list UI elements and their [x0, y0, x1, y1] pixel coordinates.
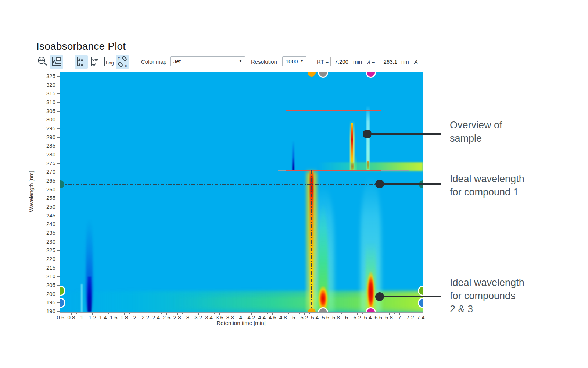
callout-line-compounds23 — [380, 296, 441, 297]
y-tick-label: 295 — [43, 125, 55, 131]
x-tick-mark — [315, 313, 315, 315]
y-tick-label: 235 — [43, 230, 55, 236]
y-tick-label: 255 — [43, 195, 55, 201]
x-tick-label: 2.8 — [173, 314, 181, 321]
annotation-line: for compound 1 — [450, 185, 524, 199]
x-minor-tick-mark — [98, 313, 98, 314]
x-tick-label: 3 — [186, 314, 189, 321]
annotation-line: sample — [450, 132, 502, 145]
outline-peaks-icon — [89, 56, 101, 69]
x-minor-tick-mark — [214, 313, 215, 314]
page-title: Isoabsorbance Plot — [36, 40, 126, 52]
retention-time-cursor-line — [311, 170, 312, 312]
y-tick-mark — [57, 250, 60, 251]
y-tick-label: 225 — [43, 247, 55, 253]
x-minor-tick-mark — [352, 313, 352, 314]
colormap-select[interactable]: Jet ▼ — [170, 56, 245, 66]
y-tick-mark — [57, 137, 60, 138]
x-minor-tick-mark — [331, 313, 331, 314]
x-minor-tick-mark — [129, 313, 130, 314]
x-tick-mark — [389, 313, 390, 315]
y-tick-mark — [57, 268, 60, 268]
x-tick-label: 6.8 — [385, 314, 393, 321]
x-minor-tick-mark — [309, 313, 310, 314]
x-tick-label: 4.6 — [269, 314, 276, 321]
resolution-label: Resolution — [251, 55, 277, 68]
annotation-compound1: Ideal wavelength for compound 1 — [450, 172, 524, 199]
filled-peaks-view-button[interactable] — [75, 55, 88, 69]
x-tick-label: 1.4 — [99, 314, 107, 321]
y-tick-label: 205 — [43, 282, 55, 288]
x-minor-tick-mark — [341, 313, 342, 314]
rt-marker-compound-2[interactable] — [319, 72, 327, 77]
x-minor-tick-mark — [394, 313, 395, 314]
y-tick-label: 315 — [43, 91, 55, 96]
compound2-peak-maximum — [318, 284, 328, 311]
rt-marker-compound-1[interactable] — [308, 72, 316, 77]
compound3-peak-maximum — [366, 271, 376, 312]
log-scale-button[interactable]: Log — [102, 55, 115, 69]
unlink-axes-button[interactable]: Yx — [116, 55, 129, 69]
x-minor-tick-mark — [140, 313, 140, 314]
mobile-phase-band-bright — [171, 297, 423, 308]
svg-text:x: x — [125, 63, 127, 67]
truncated-absorbance-label: A — [414, 55, 418, 68]
x-tick-mark — [399, 313, 400, 315]
x-tick-mark — [188, 313, 188, 315]
rt-unit: min — [353, 55, 362, 68]
x-tick-label: 6.6 — [374, 314, 382, 321]
x-minor-tick-mark — [172, 313, 172, 314]
x-minor-tick-mark — [373, 313, 373, 314]
x-minor-tick-mark — [288, 313, 289, 314]
zoom-out-horizontal-icon — [37, 56, 49, 69]
y-tick-mark — [57, 120, 60, 120]
y-tick-label: 280 — [43, 152, 55, 158]
x-tick-mark — [156, 313, 156, 315]
overview-inset-toggle-button[interactable] — [50, 55, 63, 69]
isoabsorbance-window: Isoabsorbance Plot Log Yx Color map Jet … — [0, 0, 588, 368]
x-tick-mark — [326, 313, 326, 315]
x-tick-mark — [124, 313, 125, 315]
annotation-line: Ideal wavelength — [450, 172, 524, 185]
x-tick-label: 3.4 — [205, 314, 213, 321]
rt-input[interactable] — [330, 57, 351, 66]
y-tick-mark — [57, 216, 60, 216]
x-tick-mark — [294, 313, 294, 315]
x-tick-mark — [103, 313, 103, 315]
x-tick-label: 0.8 — [67, 314, 75, 321]
x-tick-label: 5 — [292, 314, 295, 321]
x-tick-label: 3.2 — [194, 314, 202, 321]
y-tick-mark — [57, 242, 60, 242]
x-tick-label: 6.4 — [364, 314, 372, 321]
x-tick-mark — [114, 313, 114, 315]
y-tick-mark — [57, 190, 60, 190]
x-minor-tick-mark — [108, 313, 109, 314]
y-tick-label: 300 — [43, 117, 55, 123]
x-tick-mark — [283, 313, 283, 315]
x-tick-mark — [421, 313, 421, 315]
x-tick-label: 7.2 — [406, 314, 414, 321]
x-minor-tick-mark — [278, 313, 278, 314]
zoom-x-reset-button[interactable] — [36, 55, 49, 69]
x-tick-label: 1.8 — [121, 314, 128, 321]
x-tick-mark — [272, 313, 273, 315]
x-tick-label: 4.8 — [279, 314, 287, 321]
x-tick-label: 4 — [239, 314, 242, 321]
y-tick-mark — [57, 93, 60, 94]
outline-peaks-view-button[interactable] — [89, 55, 102, 69]
x-tick-mark — [379, 313, 379, 315]
y-tick-label: 200 — [43, 291, 55, 297]
x-tick-label: 0.6 — [57, 314, 65, 321]
isoabsorbance-heatmap[interactable] — [60, 72, 423, 313]
wavelength-marker-263.1[interactable] — [60, 180, 64, 188]
x-tick-mark — [219, 313, 220, 315]
resolution-select[interactable]: 1000 ▼ — [282, 56, 306, 66]
zoom-region-frame[interactable] — [286, 110, 381, 171]
x-tick-mark — [241, 313, 241, 315]
x-minor-tick-mark — [246, 313, 246, 314]
rt-marker-compound-3[interactable] — [367, 72, 375, 77]
x-minor-tick-mark — [204, 313, 204, 314]
y-tick-label: 285 — [43, 143, 55, 149]
lambda-input[interactable] — [378, 57, 400, 66]
annotation-compounds23: Ideal wavelength for compounds 2 & 3 — [450, 276, 524, 316]
